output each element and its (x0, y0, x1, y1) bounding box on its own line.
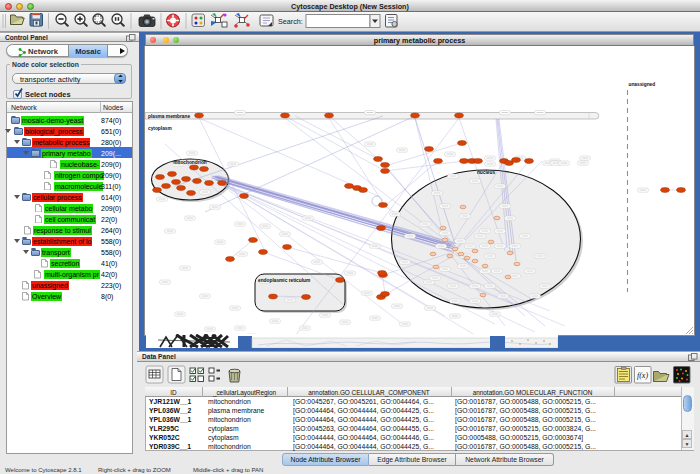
svg-text:Search:: Search: (278, 17, 303, 26)
svg-text:unassigned: unassigned (629, 82, 656, 87)
svg-text:plasma membrane: plasma membrane (148, 114, 190, 119)
svg-text:cytoplasm: cytoplasm (148, 126, 172, 131)
svg-text:mitochondrion: mitochondrion (173, 160, 207, 165)
svg-text:f(x): f(x) (637, 371, 648, 380)
svg-text:nucleus: nucleus (477, 170, 495, 175)
svg-text:endoplasmic reticulum: endoplasmic reticulum (258, 278, 310, 283)
